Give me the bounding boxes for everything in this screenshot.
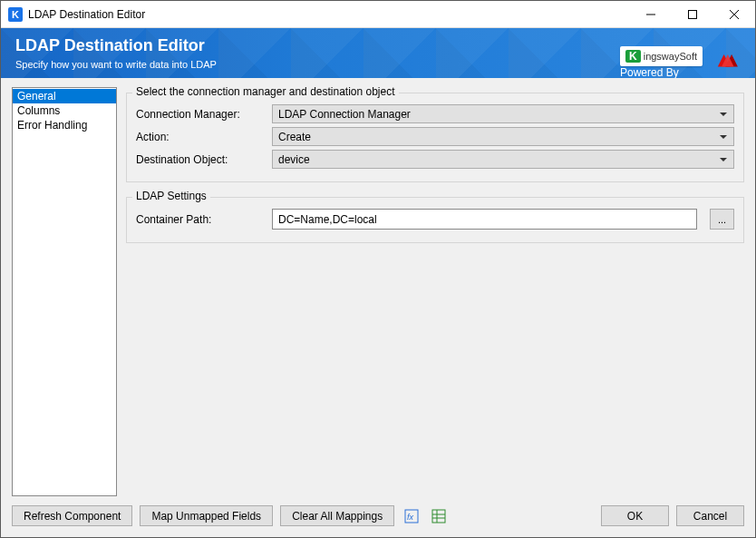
minimize-button[interactable] bbox=[630, 1, 672, 28]
select-connection-manager[interactable]: LDAP Connection Manager bbox=[272, 104, 734, 123]
close-button[interactable] bbox=[713, 1, 755, 28]
properties-icon-button[interactable] bbox=[429, 506, 449, 526]
clear-all-mappings-button[interactable]: Clear All Mappings bbox=[280, 505, 394, 526]
body: General Columns Error Handling Select th… bbox=[1, 78, 755, 496]
main-panel: Select the connection manager and destin… bbox=[126, 87, 744, 496]
sidebar: General Columns Error Handling bbox=[12, 87, 117, 496]
row-connection-manager: Connection Manager: LDAP Connection Mana… bbox=[136, 104, 734, 123]
row-action: Action: Create bbox=[136, 127, 734, 146]
group-ldap-settings: LDAP Settings Container Path: ... bbox=[126, 197, 744, 243]
sidebar-item-error-handling[interactable]: Error Handling bbox=[13, 118, 116, 132]
label-container-path: Container Path: bbox=[136, 213, 263, 226]
select-action[interactable]: Create bbox=[272, 127, 734, 146]
input-container-path[interactable] bbox=[272, 209, 697, 230]
select-destination-object-value: device bbox=[278, 153, 310, 166]
select-action-value: Create bbox=[278, 131, 311, 143]
map-unmapped-fields-button[interactable]: Map Unmapped Fields bbox=[140, 505, 273, 526]
footer: Refresh Component Map Unmapped Fields Cl… bbox=[1, 496, 755, 537]
svg-rect-1 bbox=[689, 10, 697, 18]
sidebar-item-general[interactable]: General bbox=[13, 89, 116, 103]
titlebar: K LDAP Destination Editor bbox=[1, 1, 755, 28]
svg-text:fx: fx bbox=[407, 513, 414, 522]
logo-k-icon: K bbox=[625, 50, 641, 63]
fx-icon: fx bbox=[404, 509, 419, 523]
label-destination-object: Destination Object: bbox=[136, 153, 263, 166]
banner-logos: K ingswaySoft Powered By bbox=[620, 41, 742, 78]
window-title: LDAP Destination Editor bbox=[28, 8, 630, 21]
app-icon: K bbox=[8, 7, 23, 22]
browse-container-path-button[interactable]: ... bbox=[710, 209, 734, 230]
refresh-component-button[interactable]: Refresh Component bbox=[12, 505, 132, 526]
powered-by-label: Powered By bbox=[620, 66, 679, 78]
group-connection: Select the connection manager and destin… bbox=[126, 93, 744, 182]
group-connection-legend: Select the connection manager and destin… bbox=[132, 85, 399, 98]
grid-icon bbox=[431, 509, 446, 523]
minimize-icon bbox=[646, 10, 655, 19]
window: K LDAP Destination Editor LDAP Destinati… bbox=[0, 0, 756, 538]
kingswaysoft-logo: K ingswaySoft bbox=[620, 46, 703, 66]
expression-icon-button[interactable]: fx bbox=[402, 506, 422, 526]
triangle-logo-icon bbox=[712, 47, 742, 73]
group-ldap-legend: LDAP Settings bbox=[132, 190, 210, 202]
select-destination-object[interactable]: device bbox=[272, 150, 734, 169]
ok-button[interactable]: OK bbox=[601, 505, 669, 526]
maximize-icon bbox=[688, 10, 697, 19]
row-container-path: Container Path: ... bbox=[136, 209, 734, 230]
select-connection-manager-value: LDAP Connection Manager bbox=[278, 108, 411, 121]
logo-brand-text: ingswaySoft bbox=[644, 51, 697, 62]
sidebar-item-columns[interactable]: Columns bbox=[13, 103, 116, 118]
banner: LDAP Destination Editor Specify how you … bbox=[1, 28, 755, 78]
cancel-button[interactable]: Cancel bbox=[676, 505, 744, 526]
label-action: Action: bbox=[136, 131, 263, 143]
close-icon bbox=[730, 10, 739, 19]
maximize-button[interactable] bbox=[672, 1, 713, 28]
row-destination-object: Destination Object: device bbox=[136, 150, 734, 169]
svg-rect-9 bbox=[432, 510, 445, 523]
label-connection-manager: Connection Manager: bbox=[136, 108, 263, 121]
